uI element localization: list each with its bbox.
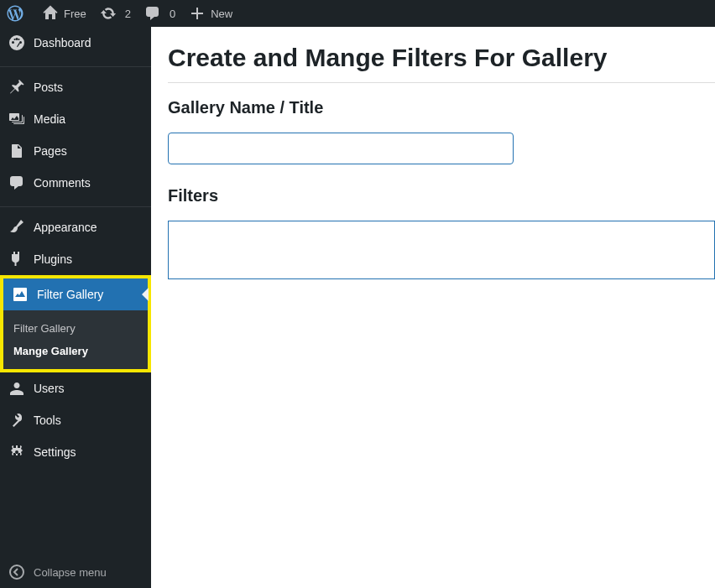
site-name-link[interactable]: Free (35, 0, 93, 27)
comments-link[interactable]: 0 (138, 0, 182, 27)
new-label: New (211, 8, 232, 20)
menu-media[interactable]: Media (0, 103, 151, 135)
new-content-link[interactable]: New (182, 0, 239, 27)
menu-filter-gallery[interactable]: Filter Gallery (3, 278, 148, 310)
gallery-name-input[interactable] (168, 133, 514, 164)
menu-pages[interactable]: Pages (0, 135, 151, 167)
updates-count: 2 (125, 8, 131, 20)
filters-label: Filters (168, 186, 715, 206)
menu-appearance[interactable]: Appearance (0, 211, 151, 243)
update-icon (100, 5, 117, 22)
menu-separator (0, 63, 151, 67)
tools-icon (8, 412, 25, 429)
menu-tools[interactable]: Tools (0, 404, 151, 436)
plus-icon (189, 5, 206, 22)
menu-users[interactable]: Users (0, 372, 151, 404)
gallery-name-label: Gallery Name / Title (168, 98, 715, 117)
pages-icon (8, 143, 25, 159)
home-icon (42, 5, 59, 22)
collapse-menu[interactable]: Collapse menu (0, 556, 151, 588)
comments-icon (8, 174, 25, 191)
comments-count: 0 (170, 8, 175, 20)
gallery-icon (12, 286, 29, 303)
page-title: Create and Mange Filters For Gallery (168, 44, 715, 72)
comment-icon (144, 5, 161, 22)
divider (168, 82, 715, 83)
pin-icon (8, 79, 25, 96)
site-name: Free (64, 8, 86, 20)
admin-sidebar: Dashboard Posts Media Pages Comments App… (0, 27, 151, 588)
svg-point-1 (10, 565, 23, 579)
media-icon (8, 111, 25, 127)
menu-posts[interactable]: Posts (0, 71, 151, 103)
menu-settings[interactable]: Settings (0, 436, 151, 468)
admin-toolbar: Free 2 0 New (0, 0, 715, 27)
brush-icon (8, 219, 25, 236)
filters-box[interactable] (168, 221, 715, 279)
menu-comments[interactable]: Comments (0, 167, 151, 199)
menu-separator (0, 203, 151, 207)
updates-link[interactable]: 2 (93, 0, 138, 27)
users-icon (8, 380, 25, 397)
main-content: Create and Mange Filters For Gallery Gal… (151, 27, 715, 588)
wordpress-icon (7, 5, 23, 22)
filter-gallery-submenu: Filter Gallery Mange Gallery (3, 310, 148, 369)
filter-gallery-highlight: Filter Gallery Filter Gallery Mange Gall… (0, 275, 151, 372)
collapse-icon (8, 564, 25, 580)
settings-icon (8, 444, 25, 461)
menu-plugins[interactable]: Plugins (0, 243, 151, 275)
menu-dashboard[interactable]: Dashboard (0, 27, 151, 59)
plugin-icon (8, 251, 25, 268)
submenu-filter-gallery[interactable]: Filter Gallery (3, 317, 148, 340)
submenu-mange-gallery[interactable]: Mange Gallery (3, 340, 148, 362)
dashboard-icon (8, 34, 25, 51)
wp-logo[interactable] (0, 0, 35, 27)
